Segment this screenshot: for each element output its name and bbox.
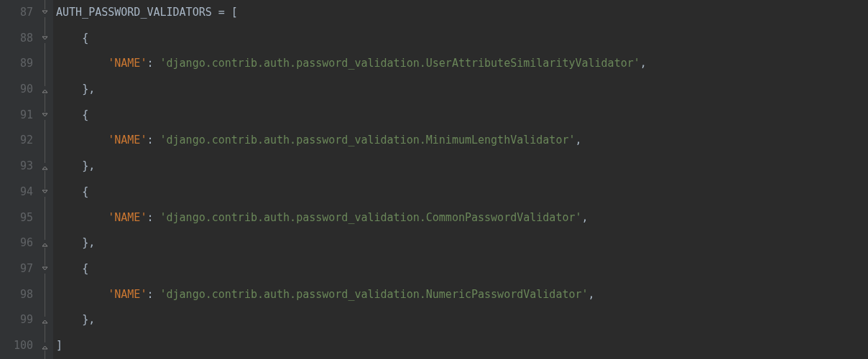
dict-key: 'NAME' xyxy=(108,134,147,146)
code-line[interactable]: 'NAME': 'django.contrib.auth.password_va… xyxy=(56,51,868,77)
code-line[interactable]: }, xyxy=(56,230,868,256)
fold-close-icon[interactable] xyxy=(41,240,49,248)
line-number: 93 xyxy=(0,154,33,180)
code-line[interactable]: 'NAME': 'django.contrib.auth.password_va… xyxy=(56,282,868,308)
line-number: 100 xyxy=(0,333,33,359)
code-line[interactable]: AUTH_PASSWORD_VALIDATORS = [ xyxy=(56,0,868,26)
fold-close-icon[interactable] xyxy=(41,86,49,94)
line-number: 89 xyxy=(0,51,33,77)
line-number: 97 xyxy=(0,256,33,282)
string-literal: 'django.contrib.auth.password_validation… xyxy=(160,211,582,224)
variable-name: AUTH_PASSWORD_VALIDATORS xyxy=(56,6,212,19)
code-editor[interactable]: 87 88 89 90 91 92 93 94 95 96 97 98 99 1… xyxy=(0,0,868,359)
code-line[interactable]: }, xyxy=(56,154,868,180)
fold-close-icon[interactable] xyxy=(41,317,49,325)
line-number-gutter: 87 88 89 90 91 92 93 94 95 96 97 98 99 1… xyxy=(0,0,39,359)
string-literal: 'django.contrib.auth.password_validation… xyxy=(160,134,576,146)
line-number: 96 xyxy=(0,230,33,256)
line-number: 87 xyxy=(0,0,33,26)
code-line[interactable]: { xyxy=(56,103,868,129)
code-line[interactable]: ] xyxy=(56,333,868,359)
fold-open-icon[interactable] xyxy=(41,266,49,274)
line-number: 91 xyxy=(0,103,33,129)
line-number: 95 xyxy=(0,205,33,231)
line-number: 94 xyxy=(0,180,33,205)
fold-open-icon[interactable] xyxy=(41,189,49,197)
line-number: 88 xyxy=(0,26,33,52)
code-line[interactable]: }, xyxy=(56,77,868,103)
line-number: 92 xyxy=(0,128,33,154)
line-number: 90 xyxy=(0,77,33,103)
fold-gutter xyxy=(39,0,53,359)
fold-open-icon[interactable] xyxy=(41,35,49,43)
dict-key: 'NAME' xyxy=(108,57,147,70)
code-line[interactable]: }, xyxy=(56,307,868,333)
code-line[interactable]: 'NAME': 'django.contrib.auth.password_va… xyxy=(56,128,868,154)
dict-key: 'NAME' xyxy=(108,288,147,301)
code-line[interactable]: { xyxy=(56,256,868,282)
fold-close-icon[interactable] xyxy=(41,342,49,350)
fold-close-icon[interactable] xyxy=(41,163,49,171)
code-line[interactable]: { xyxy=(56,180,868,205)
line-number: 98 xyxy=(0,282,33,308)
dict-key: 'NAME' xyxy=(108,211,147,224)
fold-open-icon[interactable] xyxy=(41,112,49,120)
fold-open-icon[interactable] xyxy=(41,9,49,17)
string-literal: 'django.contrib.auth.password_validation… xyxy=(160,288,588,301)
string-literal: 'django.contrib.auth.password_validation… xyxy=(160,57,640,70)
line-number: 99 xyxy=(0,307,33,333)
code-line[interactable]: { xyxy=(56,26,868,52)
code-line[interactable]: 'NAME': 'django.contrib.auth.password_va… xyxy=(56,205,868,231)
code-area[interactable]: AUTH_PASSWORD_VALIDATORS = [ { 'NAME': '… xyxy=(53,0,868,359)
